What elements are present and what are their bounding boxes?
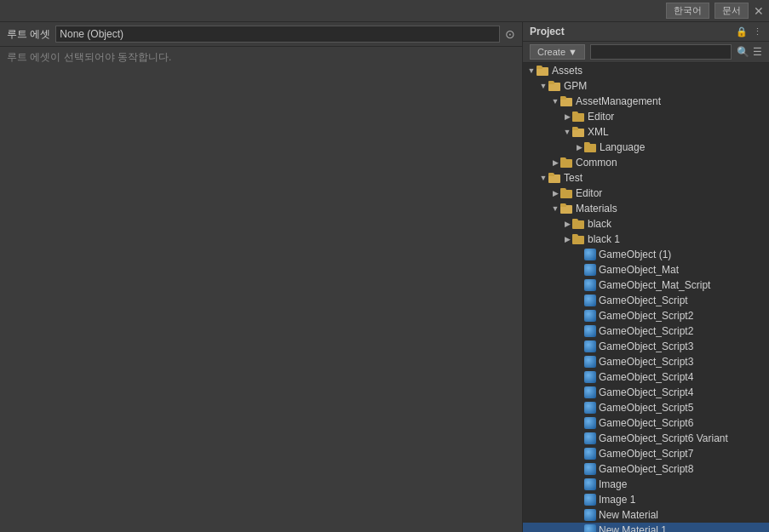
item-label: Editor xyxy=(576,187,602,199)
tree-item-common[interactable]: Common xyxy=(523,155,769,170)
tree-item-gameobject_script5[interactable]: GameObject_Script5 xyxy=(523,400,769,415)
item-label: GameObject_Script6 Variant xyxy=(599,432,728,444)
hint-text: 루트 에셋이 선택되어야 동작합니다. xyxy=(0,47,522,68)
material-icon xyxy=(584,295,596,306)
tree-item-assetmanagement[interactable]: AssetManagement xyxy=(523,94,769,109)
item-label: GameObject_Script7 xyxy=(599,448,693,460)
item-label: GameObject_Script4 xyxy=(599,386,693,398)
tree-item-language[interactable]: Language xyxy=(523,140,769,155)
more-icon[interactable]: ⋮ xyxy=(753,26,762,37)
main-content: 루트 에셋 ⊙ 루트 에셋이 선택되어야 동작합니다. Project 🔒 ⋮ … xyxy=(0,22,769,532)
chevron-down-icon: ▼ xyxy=(568,47,577,57)
material-icon xyxy=(584,325,596,337)
tree-item-gameobject_script3b[interactable]: GameObject_Script3 xyxy=(523,354,769,369)
item-label: Language xyxy=(600,141,645,153)
folder-icon xyxy=(560,96,574,106)
tree-item-image[interactable]: Image xyxy=(523,477,769,492)
left-empty-area xyxy=(0,68,522,532)
tree-item-gameobject1[interactable]: GameObject (1) xyxy=(523,247,769,262)
tree-item-test[interactable]: Test xyxy=(523,170,769,186)
tree-item-image1[interactable]: Image 1 xyxy=(523,492,769,507)
folder-icon xyxy=(572,127,586,137)
tree-item-black[interactable]: black xyxy=(523,216,769,232)
tree-item-editor2[interactable]: Editor xyxy=(523,186,769,201)
tree-item-gameobject_script6[interactable]: GameObject_Script6 xyxy=(523,415,769,431)
tree-item-gameobject_script3a[interactable]: GameObject_Script3 xyxy=(523,339,769,354)
folder-icon xyxy=(572,112,586,122)
root-asset-label: 루트 에셋 xyxy=(7,27,50,42)
right-panel: Project 🔒 ⋮ Create ▼ 🔍 ☰ AssetsGPMAssetM… xyxy=(523,22,769,532)
project-header: Project 🔒 ⋮ xyxy=(523,22,769,42)
material-icon xyxy=(584,264,596,276)
item-label: New Material xyxy=(599,509,658,521)
material-icon xyxy=(584,310,596,322)
item-label: Editor xyxy=(588,111,614,123)
material-icon xyxy=(584,340,596,352)
material-icon xyxy=(584,463,596,475)
search-icon[interactable]: 🔍 xyxy=(737,46,749,58)
lang-button[interactable]: 한국어 xyxy=(666,3,709,19)
tree-view[interactable]: AssetsGPMAssetManagementEditorXMLLanguag… xyxy=(523,63,769,532)
tree-item-gameobject_script8[interactable]: GameObject_Script8 xyxy=(523,461,769,477)
item-label: GameObject_Script2 xyxy=(599,325,693,337)
lock-icon[interactable]: 🔒 xyxy=(736,26,748,37)
root-asset-input[interactable] xyxy=(55,26,500,43)
project-toolbar: Create ▼ 🔍 ☰ xyxy=(523,42,769,63)
left-panel: 루트 에셋 ⊙ 루트 에셋이 선택되어야 동작합니다. xyxy=(0,22,523,532)
item-label: GameObject_Script3 xyxy=(599,340,693,352)
tree-item-editor1[interactable]: Editor xyxy=(523,109,769,124)
item-label: Image xyxy=(599,478,627,490)
folder-icon xyxy=(560,203,574,214)
item-label: Common xyxy=(576,157,617,169)
tree-item-gameobject_script2a[interactable]: GameObject_Script2 xyxy=(523,308,769,323)
material-icon xyxy=(584,249,596,260)
tree-item-gameobject_script4b[interactable]: GameObject_Script4 xyxy=(523,385,769,400)
create-button[interactable]: Create ▼ xyxy=(530,44,585,60)
item-label: Image 1 xyxy=(599,494,635,506)
material-icon xyxy=(584,448,596,460)
material-icon xyxy=(584,402,596,414)
search-input[interactable] xyxy=(590,44,732,60)
tree-item-gameobject_script7[interactable]: GameObject_Script7 xyxy=(523,446,769,461)
create-label: Create xyxy=(537,47,565,57)
top-bar: 한국어 문서 ✕ xyxy=(0,0,769,22)
target-icon[interactable]: ⊙ xyxy=(505,27,515,41)
item-label: GameObject_Script3 xyxy=(599,356,693,368)
tree-item-gameobject_script[interactable]: GameObject_Script xyxy=(523,293,769,308)
tree-item-new_material[interactable]: New Material xyxy=(523,507,769,523)
tree-item-xml[interactable]: XML xyxy=(523,124,769,140)
tree-item-gameobject_script4a[interactable]: GameObject_Script4 xyxy=(523,369,769,385)
tree-item-gameobject_script6_variant[interactable]: GameObject_Script6 Variant xyxy=(523,431,769,446)
options-icon[interactable]: ☰ xyxy=(753,46,762,58)
tree-item-new_material_1[interactable]: New Material 1 xyxy=(523,523,769,532)
tree-item-gameobject_script2b[interactable]: GameObject_Script2 xyxy=(523,323,769,339)
item-label: New Material 1 xyxy=(599,524,667,532)
tree-item-gpm[interactable]: GPM xyxy=(523,78,769,94)
folder-icon xyxy=(548,173,562,183)
tree-item-gameobject_mat_script[interactable]: GameObject_Mat_Script xyxy=(523,277,769,293)
material-icon xyxy=(584,494,596,506)
item-label: GameObject (1) xyxy=(599,249,671,260)
item-label: GameObject_Mat_Script xyxy=(599,279,710,291)
item-label: Materials xyxy=(576,203,617,215)
tree-item-materials[interactable]: Materials xyxy=(523,201,769,216)
tree-item-black1[interactable]: black 1 xyxy=(523,232,769,247)
folder-icon xyxy=(537,66,550,76)
item-label: GPM xyxy=(564,80,587,92)
search-icons: 🔍 ☰ xyxy=(737,46,762,58)
material-icon xyxy=(584,279,596,291)
item-label: Assets xyxy=(552,65,582,77)
item-label: XML xyxy=(588,126,609,138)
folder-icon xyxy=(572,234,586,244)
item-label: GameObject_Script4 xyxy=(599,371,693,383)
folder-icon xyxy=(560,188,574,198)
tree-item-assets[interactable]: Assets xyxy=(523,63,769,78)
material-icon xyxy=(584,478,596,490)
material-icon xyxy=(584,509,596,521)
menu-button[interactable]: 문서 xyxy=(714,3,749,19)
close-icon[interactable]: ✕ xyxy=(754,4,764,18)
folder-icon xyxy=(548,81,562,91)
item-label: Test xyxy=(564,172,582,184)
item-label: AssetManagement xyxy=(576,95,661,107)
tree-item-gameobject_mat[interactable]: GameObject_Mat xyxy=(523,262,769,277)
